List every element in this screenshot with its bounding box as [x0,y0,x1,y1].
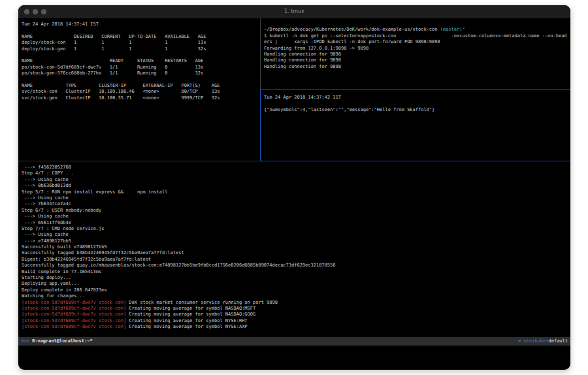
terminal-line: Successfully tagged b38b42246945fd7f32c5… [22,250,570,256]
pane-skaffold-build-log[interactable]: ---> f45623052760Step 4/7 : COPY . . ---… [18,161,570,338]
terminal-line: ---> f45623052760 [22,165,570,171]
terminal-line: Deploying app.yaml... [22,281,570,287]
terminal-line: Step 5/7 : RUN npm install express && np… [22,189,570,195]
terminal-line: ---> 7b6347ce2a4c [22,201,570,207]
terminal-line: Handling connection for 9898 [264,64,570,70]
terminal-line: deploy/stock-gen 1 1 1 1 32s [22,46,263,52]
pane-border-horizontal-inactive [18,161,260,161]
terminal-line: Starting deploy... [22,275,570,281]
pane-border-active-left [260,89,261,161]
page-background: { "window": { "title": "1. tmux" }, "col… [0,0,588,375]
terminal-line [264,101,570,106]
terminal-line: Step 4/7 : COPY . . [22,171,570,176]
kube-context-name: minikube [524,338,546,344]
kube-namespace: :default [546,338,568,344]
window-tab[interactable]: 0:vagrant@localhost:~* [32,338,93,344]
terminal-line [22,27,263,33]
terminal-line: Tue 24 Apr 2018 14:37:41 IST [22,22,263,27]
terminal-line: ers | xargs -IPOD kubectl -n dok port-fo… [264,39,570,45]
text-segment: [stock-con-5d7df689cf-dwc7v stock-con] [22,306,126,311]
status-left: dok 0:vagrant@localhost:~* [21,337,93,346]
pane-border-active-top [260,89,570,90]
terminal-line: NAME READY STATUS RESTARTS AGE [22,58,263,64]
text-segment: [stock-con-5d7df689cf-dwc7v stock-con] [22,324,126,329]
terminal-line: NAME DESIRED CURRENT UP-TO-DATE AVAILABL… [22,34,263,40]
terminal-line: [stock-con-5d7df689cf-dwc7v stock-con] C… [22,312,570,318]
terminal-window: 1. tmux Tue 24 Apr 2018 14:37:41 IST NAM… [18,5,570,370]
terminal-line: ---> 0b636bd013dd [22,183,570,189]
terminal-line [264,21,570,27]
text-segment: DoK stock market consumer service runnin… [126,300,278,305]
terminal-line: Successfully built e74898127bb5 [22,244,570,250]
text-segment: * [462,27,465,32]
terminal-line: po/stock-gen-576cc688bb-277hx 1/1 Runnin… [22,71,263,76]
terminal-line: {"numsymbols":4,"lastseen":"","message":… [264,107,570,113]
text-segment: ~/Dropbox/advocacy/Kubernetes/DoK/work/d… [264,27,440,32]
text-segment: Creating moving average for symbol NASDA… [126,306,255,311]
text-segment: [stock-con-5d7df689cf-dwc7v stock-con] [22,318,126,323]
text-segment: [stock-con-5d7df689cf-dwc7v stock-con] [22,300,126,305]
text-segment: Creating moving average for symbol NASDA… [126,312,255,317]
terminal-line: Watching for changes... [22,293,570,299]
terminal-line: Successfully tagged quay.io/mhausenblas/… [22,263,570,269]
terminal-line: Step 7/7 : CMD node service.js [22,226,570,232]
kube-context-indicator: ⊛ minikube:default [518,337,568,346]
terminal-line: po/stock-con-5d7df689cf-dwc7v 1/1 Runnin… [22,65,263,71]
terminal-line: svc/stock-con ClusterIP 10.109.186.46 <n… [22,89,263,95]
terminal-line: Tue 24 Apr 2018 14:37:42 IST [264,95,570,101]
terminal-line [22,52,263,58]
pane-kubectl-get-output[interactable]: Tue 24 Apr 2018 14:37:41 IST NAME DESIRE… [18,18,263,164]
terminal-line [22,77,263,83]
terminal-line: ---> e74898127bb5 [22,238,570,244]
window-titlebar[interactable]: 1. tmux [18,5,570,19]
terminal-line: Handling connection for 9898 [264,57,570,63]
terminal-line: [stock-con-5d7df689cf-dwc7v stock-con] D… [22,300,570,306]
terminal-line: Forwarding from 127.0.0.1:9898 -> 9898 [264,46,570,52]
text-segment: [stock-con-5d7df689cf-dwc7v stock-con] [22,312,126,317]
pane-border-vertical-inactive [260,18,261,89]
terminal-line: NAME TYPE CLUSTER-IP EXTERNAL-IP PORT(S)… [22,83,263,89]
pane-border-active-bottom [260,161,570,161]
pane-port-forward[interactable]: ~/Dropbox/advocacy/Kubernetes/DoK/work/d… [261,18,570,91]
terminal-line: [stock-con-5d7df689cf-dwc7v stock-con] C… [22,318,570,324]
terminal-line: [stock-con-5d7df689cf-dwc7v stock-con] C… [22,324,570,330]
terminal-line: Digest: b38b42246945fd7f32c5ba9aea7af7fd… [22,257,570,263]
text-segment: (master) [440,27,463,32]
terminal-line: Deploy complete in 286.647823ms [22,287,570,293]
window-title: 1. tmux [18,8,570,14]
terminal-line: $ kubectl -n dok get po --selector=app=s… [264,33,570,39]
pane-service-response[interactable]: Tue 24 Apr 2018 14:37:42 IST {"numsymbol… [261,90,570,166]
terminal-line: [stock-con-5d7df689cf-dwc7v stock-con] C… [22,306,570,312]
text-segment: Creating moving average for symbol NYSE:… [126,318,247,323]
terminal-line: ---> Using cache [22,232,570,238]
terminal-line: ---> Using cache [22,177,570,183]
kubernetes-helm-icon: ⊛ [518,338,523,344]
terminal-line: ~/Dropbox/advocacy/Kubernetes/DoK/work/d… [264,27,570,33]
text-segment: kubectl -n dok get po --selector=app=sto… [267,33,566,39]
terminal-line: Build complete in 77.165413ms [22,269,570,275]
terminal-line: deploy/stock-con 1 1 1 1 13s [22,40,263,46]
tmux-status-bar: dok 0:vagrant@localhost:~* ⊛ minikube:de… [18,337,570,346]
terminal-line: Handling connection for 9898 [264,52,570,57]
terminal-line: ---> 65611ff9db4e [22,220,570,226]
terminal-line: svc/stock-gen ClusterIP 10.100.35.71 <no… [22,95,263,101]
session-name: dok [21,338,29,344]
terminal-line: ---> Using cache [22,214,570,220]
text-segment: Creating moving average for symbol NYSE:… [126,324,247,329]
terminal-line: ---> Using cache [22,195,570,201]
terminal-line: Step 6/7 : USER nobody:nobody [22,208,570,214]
